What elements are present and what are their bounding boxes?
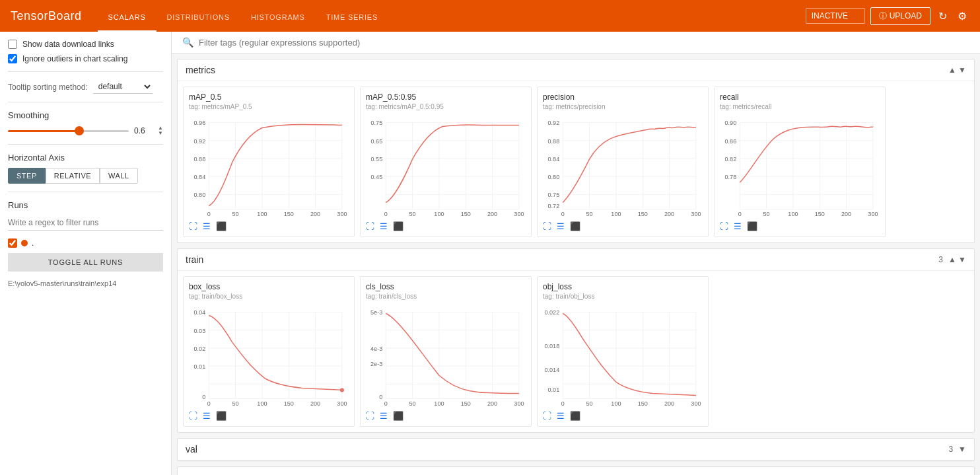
- smoothing-slider[interactable]: [8, 130, 129, 132]
- metrics-charts-grid: mAP_0.5 tag: metrics/mAP_0.5: [178, 81, 974, 242]
- val-collapse-icon[interactable]: ▼: [958, 445, 966, 454]
- val-section-header[interactable]: val 3 ▼: [178, 439, 974, 460]
- svg-text:150: 150: [461, 400, 471, 407]
- smoothing-row: 0.6 ▲ ▼: [8, 126, 163, 136]
- fullscreen-icon-6[interactable]: ⛶: [366, 411, 374, 421]
- svg-text:100: 100: [788, 211, 798, 217]
- svg-text:50: 50: [409, 400, 416, 407]
- fullscreen-icon-4[interactable]: ⛶: [720, 221, 728, 231]
- ignore-outliers-checkbox[interactable]: [8, 54, 17, 63]
- refresh-button[interactable]: ↻: [936, 7, 950, 25]
- runs-filter-input[interactable]: [8, 215, 163, 231]
- download-icon-2[interactable]: ⬛: [393, 221, 403, 231]
- svg-text:0.92: 0.92: [194, 138, 206, 145]
- axis-relative-btn[interactable]: RELATIVE: [46, 168, 100, 184]
- svg-text:0.04: 0.04: [194, 309, 206, 316]
- ignore-outliers-option: Ignore outliers in chart scaling: [8, 54, 163, 63]
- train-section-name: train: [186, 254, 203, 265]
- svg-text:300: 300: [868, 211, 878, 217]
- svg-text:100: 100: [257, 400, 267, 407]
- header: TensorBoard SCALARS DISTRIBUTIONS HISTOG…: [0, 0, 980, 32]
- svg-text:50: 50: [586, 400, 593, 407]
- nav-histograms[interactable]: HISTOGRAMS: [240, 13, 316, 32]
- svg-point-114: [340, 388, 344, 392]
- menu-icon-6[interactable]: ☰: [380, 411, 388, 421]
- smoothing-down-btn[interactable]: ▼: [158, 131, 163, 136]
- metrics-collapse-icon[interactable]: ▲ ▼: [948, 65, 966, 75]
- menu-icon-7[interactable]: ☰: [557, 411, 565, 421]
- menu-icon-5[interactable]: ☰: [203, 411, 211, 421]
- svg-text:50: 50: [763, 211, 770, 217]
- svg-text:0.92: 0.92: [548, 120, 560, 126]
- toggle-all-button[interactable]: TOGGLE ALL RUNS: [8, 253, 163, 272]
- nav-time-series[interactable]: TIME SERIES: [316, 13, 388, 32]
- svg-text:0.03: 0.03: [194, 328, 206, 334]
- menu-icon-4[interactable]: ☰: [734, 221, 742, 231]
- chart-map05-title: mAP_0.5: [189, 92, 349, 102]
- upload-button[interactable]: ⓘ UPLOAD: [870, 7, 930, 25]
- chart-cls-loss-area: 5e-3 4e-3 2e-3 0 0 50 100 150 200 300: [366, 303, 526, 408]
- download-icon-5[interactable]: ⬛: [216, 411, 227, 421]
- download-icon-4[interactable]: ⬛: [747, 221, 757, 231]
- val-section-controls: 3 ▼: [948, 445, 966, 454]
- metrics-section-header[interactable]: metrics ▲ ▼: [178, 59, 974, 81]
- menu-icon[interactable]: ☰: [203, 221, 211, 231]
- chart-box-loss-footer: ⛶ ☰ ⬛: [189, 411, 349, 421]
- fullscreen-icon[interactable]: ⛶: [189, 221, 197, 231]
- menu-icon-3[interactable]: ☰: [557, 221, 565, 231]
- svg-text:300: 300: [514, 211, 524, 217]
- chart-precision-footer: ⛶ ☰ ⬛: [543, 221, 703, 231]
- svg-text:0.88: 0.88: [194, 156, 206, 163]
- chart-recall: recall tag: metrics/recall: [714, 87, 886, 237]
- divider-1: [8, 71, 163, 72]
- divider-4: [8, 192, 163, 192]
- chart-map05-footer: ⛶ ☰ ⬛: [189, 221, 349, 231]
- fullscreen-icon-7[interactable]: ⛶: [543, 411, 551, 421]
- download-icon-7[interactable]: ⬛: [570, 411, 580, 421]
- train-section-header[interactable]: train 3 ▲ ▼: [178, 249, 974, 271]
- svg-text:0.80: 0.80: [548, 174, 560, 180]
- menu-icon-2[interactable]: ☰: [380, 221, 388, 231]
- chart-precision-title: precision: [543, 92, 703, 102]
- chart-obj-loss-area: 0.022 0.018 0.014 0.01 0 50 100 150 200 …: [543, 303, 703, 408]
- svg-text:0.84: 0.84: [194, 174, 206, 180]
- fullscreen-icon-5[interactable]: ⛶: [189, 411, 197, 421]
- tooltip-select[interactable]: default ascending descending: [93, 80, 153, 94]
- metrics-section-name: metrics: [186, 65, 215, 75]
- settings-button[interactable]: ⚙: [955, 7, 969, 25]
- svg-text:150: 150: [638, 400, 648, 407]
- run-color-dot: [21, 240, 28, 246]
- svg-text:50: 50: [409, 211, 416, 217]
- axis-step-btn[interactable]: STEP: [8, 168, 46, 184]
- status-select[interactable]: INACTIVE ACTIVE: [806, 8, 865, 24]
- chart-box-loss-title: box_loss: [189, 282, 349, 291]
- svg-text:200: 200: [664, 400, 674, 407]
- svg-text:300: 300: [691, 211, 701, 217]
- nav-scalars[interactable]: SCALARS: [98, 13, 157, 32]
- show-download-checkbox[interactable]: [8, 40, 17, 49]
- svg-text:0.01: 0.01: [548, 386, 560, 393]
- run-checkbox[interactable]: [8, 238, 17, 248]
- x-section: x: [177, 466, 975, 475]
- svg-text:0.78: 0.78: [725, 174, 737, 180]
- chart-map05: mAP_0.5 tag: metrics/mAP_0.5: [183, 87, 355, 237]
- x-section-header[interactable]: x: [178, 467, 974, 475]
- svg-text:0.022: 0.022: [545, 309, 560, 316]
- upload-icon: ⓘ: [879, 11, 887, 22]
- fullscreen-icon-3[interactable]: ⛶: [543, 221, 551, 231]
- svg-text:0: 0: [207, 400, 211, 407]
- nav-distributions[interactable]: DISTRIBUTIONS: [157, 13, 240, 32]
- search-input[interactable]: [199, 38, 969, 48]
- download-icon[interactable]: ⬛: [216, 221, 227, 231]
- train-collapse-icon[interactable]: ▲ ▼: [948, 255, 966, 264]
- axis-wall-btn[interactable]: WALL: [100, 168, 138, 184]
- chart-box-loss-area: 0.04 0.03 0.02 0.01 0 0 50 100 150 200 3…: [189, 303, 349, 408]
- fullscreen-icon-2[interactable]: ⛶: [366, 221, 374, 231]
- download-icon-6[interactable]: ⬛: [393, 411, 403, 421]
- svg-text:0.01: 0.01: [194, 363, 206, 370]
- svg-text:100: 100: [434, 211, 444, 217]
- runs-label: Runs: [8, 200, 163, 210]
- svg-text:0.72: 0.72: [548, 203, 560, 209]
- download-icon-3[interactable]: ⬛: [570, 221, 580, 231]
- chart-recall-title: recall: [720, 92, 880, 102]
